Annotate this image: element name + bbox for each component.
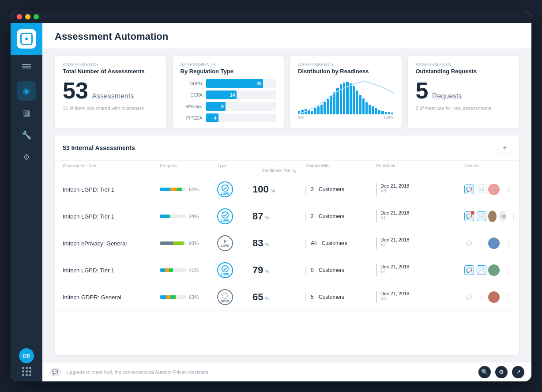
stat-card-total: Assessments Total Number of Assessments …	[55, 56, 166, 128]
type-badge: GDPR	[217, 289, 233, 305]
dist-bar	[324, 102, 326, 114]
search-bottom-button[interactable]: 🔍	[478, 366, 491, 378]
window-titlebar	[11, 11, 531, 23]
maximize-dot[interactable]	[34, 14, 39, 19]
dist-bar	[362, 98, 365, 114]
apps-grid-button[interactable]	[22, 367, 31, 376]
bar-track: 9	[206, 102, 276, 111]
progress-bar	[160, 215, 186, 218]
dist-chart	[298, 79, 394, 114]
bar-label: ePrivacy	[181, 104, 203, 109]
hamburger-icon	[22, 63, 31, 69]
add-assessment-button[interactable]: +	[499, 142, 511, 154]
progress-segment	[177, 188, 182, 191]
chat-icon-empty: 💬	[464, 238, 474, 248]
dist-bar	[343, 83, 345, 114]
row-more-button[interactable]: ⋮	[504, 265, 514, 275]
readiness-cell: 83 %	[252, 237, 305, 249]
bottom-message: Upgrade to meet Auti, the conversational…	[66, 369, 473, 375]
dist-bar	[388, 112, 390, 114]
dist-bar	[298, 111, 300, 114]
bottom-bar: 💬 Upgrade to meet Auti, the conversation…	[42, 362, 531, 381]
doc-icon[interactable]: 📄	[477, 265, 486, 275]
table-row: Initech GDPR: General 63% GDPR 65 % 5 Cu…	[55, 284, 519, 311]
published-date: Dec 21, 2018	[380, 291, 409, 296]
progress-pct: 62%	[189, 187, 199, 192]
progress-bar	[160, 295, 186, 299]
progress-pct: 63%	[189, 294, 199, 300]
shared-count: 5	[311, 294, 314, 300]
sidebar-item-tools[interactable]: 🔧	[17, 125, 36, 145]
col-owners: Owners	[464, 163, 517, 173]
published-divider	[376, 264, 377, 276]
progress-segment	[160, 215, 168, 218]
row-more-button[interactable]: ⋮	[504, 185, 514, 194]
readiness-unit: %	[265, 242, 270, 247]
sidebar-item-settings[interactable]: ⚙	[17, 147, 36, 167]
bytype-card-label: Assessments	[181, 62, 276, 67]
bar-chart: GDPR 26 CCPA 14 ePrivacy 9 PIPEDA 4	[181, 79, 276, 122]
progress-cell: 62%	[160, 187, 217, 192]
published-version: V1	[380, 215, 409, 220]
bar-row-ccpa: CCPA 14	[181, 90, 276, 99]
col-published: Published	[376, 163, 464, 173]
shared-cell: 0 Customers	[305, 266, 376, 275]
expand-bottom-button[interactable]: ↗	[512, 366, 524, 378]
col-progress: Progress	[160, 163, 217, 173]
progress-bar	[160, 241, 186, 245]
readiness-value: 65	[252, 291, 263, 302]
chat-icon[interactable]: 💬	[464, 265, 474, 275]
logo-dot	[25, 38, 28, 40]
minimize-dot[interactable]	[25, 14, 30, 19]
progress-pct: 24%	[189, 214, 199, 219]
row-assessment-title: Initech LGPD: Tier 1	[63, 186, 160, 193]
dist-bar	[369, 105, 371, 114]
row-more-button[interactable]: ⋮	[504, 292, 514, 302]
readiness-unit: %	[265, 269, 270, 274]
bar-label: PIPEDA	[181, 116, 203, 121]
dist-card-title: Distribution by Readiness	[298, 68, 394, 75]
readiness-cell: 65 %	[252, 291, 305, 303]
dist-bar	[391, 113, 393, 114]
sidebar-menu-button[interactable]	[11, 57, 42, 76]
shared-divider	[305, 239, 306, 248]
page-title: Assessment Automation	[55, 31, 168, 42]
close-dot[interactable]	[17, 14, 22, 19]
progress-segment	[166, 295, 170, 299]
filter-bottom-button[interactable]: ⚙	[495, 366, 508, 378]
published-cell: Dec 21, 2018 V1	[376, 210, 464, 222]
owner-avatar	[487, 290, 501, 304]
readiness-arrow-icon: ↓	[278, 163, 280, 168]
shared-cell: 5 Customers	[305, 293, 376, 302]
type-badge: LGPD	[217, 208, 233, 224]
chat-icon[interactable]: 💬	[464, 211, 474, 221]
action-icons: 💬 📄	[464, 238, 486, 248]
owner-avatar	[487, 264, 501, 277]
sidebar-item-dashboard[interactable]: ◉	[17, 81, 36, 101]
shared-cell: 2 Customers	[305, 212, 376, 221]
progress-segment	[160, 268, 165, 272]
chat-bubble-icon: 💬	[49, 368, 61, 377]
total-card-label: Assessments	[63, 62, 158, 67]
col-shared-with: Shared With	[305, 163, 376, 173]
doc-icon[interactable]: 📄	[477, 211, 486, 221]
row-more-button[interactable]: ⋮	[504, 238, 514, 248]
table-header: 53 Internal Assessments +	[55, 136, 519, 161]
sidebar-item-analytics[interactable]: ▦	[17, 103, 36, 123]
action-icons: 💬 📄	[464, 265, 486, 275]
published-version: V4	[380, 269, 409, 274]
table-row: Initech LGPD: Tier 1 24% LGPD 87 % 2 Cus…	[55, 203, 519, 230]
user-avatar[interactable]: DB	[19, 348, 34, 363]
published-divider	[376, 291, 377, 303]
row-more-button[interactable]: ⋮	[510, 211, 517, 221]
chat-icon[interactable]: 💬	[464, 185, 474, 194]
table-title: 53 Internal Assessments	[63, 144, 135, 151]
shared-divider	[305, 293, 306, 302]
dist-bar	[305, 109, 307, 114]
doc-icon[interactable]: 📄	[477, 185, 486, 194]
col-assessment-title: Assessment Title	[63, 163, 160, 173]
progress-bar	[160, 268, 186, 272]
app-body: ◉ ▦ 🔧 ⚙ DB	[11, 23, 531, 381]
shared-label: Customers	[319, 186, 344, 192]
table-rows: Initech LGPD: Tier 1 62% LGPD 100 % 3 Cu…	[55, 176, 519, 355]
